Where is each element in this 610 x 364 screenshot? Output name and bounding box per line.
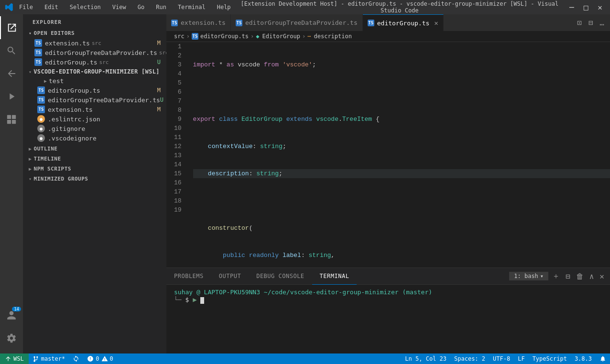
menu-help[interactable]: Help [215, 3, 233, 11]
split-terminal-button[interactable]: ⊟ [564, 271, 572, 282]
spaces-status[interactable]: Spaces: 2 [450, 353, 489, 364]
vscode-logo-icon [5, 3, 13, 11]
errors-status[interactable]: 0 0 [83, 353, 117, 364]
status-bar-left: master* 0 0 [29, 353, 117, 364]
breadcrumb-file[interactable]: editorGroup.ts [200, 33, 249, 40]
file-editorGroup-ts[interactable]: TS editorGroup.ts M [23, 86, 166, 95]
search-activity-icon[interactable] [0, 39, 23, 62]
panel-maximize-button[interactable]: ∧ [588, 271, 596, 282]
close-button[interactable]: ✕ [595, 2, 605, 13]
output-tab[interactable]: Output [211, 268, 249, 285]
file-editorGroupProvider-ts[interactable]: TS editorGroupTreeDataProvider.ts U [23, 95, 166, 105]
sync-status[interactable] [69, 353, 83, 364]
remote-icon [5, 355, 11, 362]
code-line-8: public readonly label: string, [193, 251, 610, 260]
code-editor[interactable]: 1 2 3 4 5 6 7 8 9 10 11 12 13 14 15 16 1… [166, 42, 610, 268]
tab-ts-icon: TS [236, 20, 242, 26]
line-num-5: 5 [174, 78, 182, 87]
language-status[interactable]: TypeScript [529, 353, 571, 364]
extensions-activity-icon[interactable] [0, 108, 23, 131]
tab-ts-icon: TS [368, 20, 374, 26]
outline-section[interactable]: ▶ Outline [23, 143, 166, 153]
svg-rect-0 [7, 115, 11, 119]
split-editor-button[interactable]: ⊡ [575, 17, 584, 28]
delete-terminal-button[interactable]: 🗑 [574, 271, 586, 282]
open-editor-provider-ts[interactable]: TS editorGroupTreeDataProvider.ts src U [23, 48, 166, 57]
file-gitignore[interactable]: ● .gitignore [23, 124, 166, 133]
timeline-section[interactable]: ▶ Timeline [23, 153, 166, 163]
bell-icon [599, 355, 606, 362]
line-num-7: 7 [174, 96, 182, 106]
minimized-arrow: ▾ [29, 176, 32, 182]
line-ending-status[interactable]: LF [514, 353, 528, 364]
notifications-status[interactable] [596, 353, 610, 364]
more-actions-button[interactable]: … [598, 17, 606, 28]
file-name: editorGroup.ts [45, 59, 98, 66]
account-activity-icon[interactable]: 14 [0, 304, 23, 327]
open-editor-group-ts[interactable]: TS editorGroup.ts src U [23, 57, 166, 67]
minimized-groups-section[interactable]: ▾ Minimized Groups [23, 173, 166, 183]
workspace-section[interactable]: ▾ VSCODE-EDITOR-GROUP-MINIMIZER [WSL] [23, 67, 166, 76]
tab-provider-ts[interactable]: TS editorGroupTreeDataProvider.ts [231, 14, 363, 31]
terminal-tab[interactable]: Terminal [312, 268, 357, 285]
git-branch-label: master* [41, 355, 65, 362]
line-num-19: 19 [174, 205, 182, 214]
code-content[interactable]: import * as vscode from 'vscode'; export… [189, 42, 610, 268]
tab-group-ts[interactable]: TS editorGroup.ts ✕ [363, 14, 444, 31]
tab-bar: TS extension.ts TS editorGroupTreeDataPr… [166, 14, 610, 31]
menu-file[interactable]: File [17, 3, 35, 11]
code-line-7: constructor( [193, 224, 610, 233]
menu-run[interactable]: Run [154, 3, 168, 11]
source-control-activity-icon[interactable] [0, 62, 23, 85]
minimize-button[interactable]: ─ [566, 2, 577, 13]
ts-file-icon: TS [34, 58, 42, 66]
tab-extension-ts[interactable]: TS extension.ts [166, 14, 231, 31]
breadcrumb-src[interactable]: src [174, 33, 185, 40]
remote-status[interactable]: WSL [0, 353, 29, 364]
menu-go[interactable]: Go [136, 3, 146, 11]
npm-arrow: ▶ [29, 166, 32, 171]
folder-test-arrow: ▶ [44, 78, 47, 84]
file-eslintrc[interactable]: ● .eslintrc.json [23, 114, 166, 124]
breadcrumb-symbol[interactable]: description [314, 33, 352, 40]
terminal-selector-chevron: ▾ [540, 273, 544, 279]
debug-console-tab[interactable]: Debug Console [249, 268, 312, 285]
new-terminal-button[interactable]: ＋ [550, 270, 562, 282]
open-editor-extension-ts[interactable]: TS extension.ts src M [23, 38, 166, 48]
file-name: .vscodeignore [48, 135, 97, 142]
file-vscodeignore[interactable]: ● .vscodeignore [23, 133, 166, 143]
tab-close-button[interactable]: ✕ [434, 19, 438, 27]
ts-version-status[interactable]: 3.8.3 [571, 353, 596, 364]
sidebar-title: Explorer [23, 14, 166, 28]
file-src-label: src [159, 50, 166, 56]
terminal-selector[interactable]: 1: bash ▾ [509, 272, 548, 280]
settings-activity-icon[interactable] [0, 327, 23, 350]
folder-test[interactable]: ▶ test [23, 76, 166, 86]
outline-label: Outline [34, 146, 58, 152]
open-editors-header[interactable]: ▾ Open Editors [23, 28, 166, 38]
problems-tab[interactable]: Problems [166, 268, 211, 285]
code-line-2 [193, 87, 610, 96]
menu-edit[interactable]: Edit [43, 3, 60, 11]
maximize-button[interactable]: □ [581, 2, 591, 13]
npm-scripts-section[interactable]: ▶ NPM Scripts [23, 163, 166, 173]
explorer-activity-icon[interactable] [0, 16, 23, 39]
menu-view[interactable]: View [110, 3, 128, 11]
breadcrumb-class[interactable]: EditorGroup [262, 33, 300, 40]
run-activity-icon[interactable] [0, 85, 23, 108]
git-branch-status[interactable]: master* [29, 353, 69, 364]
breadcrumb: src › TS editorGroup.ts › ◆ EditorGroup … [166, 31, 610, 42]
terminal-path: suhay @ LAPTOP-PKU59NN3 ~/code/vscode-ed… [174, 289, 432, 296]
menu-selection[interactable]: Selection [68, 3, 103, 11]
ts-file-icon: TS [34, 39, 42, 47]
terminal-content[interactable]: suhay @ LAPTOP-PKU59NN3 ~/code/vscode-ed… [166, 285, 610, 353]
encoding-status[interactable]: UTF-8 [489, 353, 514, 364]
menu-terminal[interactable]: Terminal [176, 3, 207, 11]
line-num-3: 3 [174, 60, 182, 69]
file-extension-ts[interactable]: TS extension.ts M [23, 105, 166, 114]
cursor-position-status[interactable]: Ln 5, Col 23 [401, 353, 450, 364]
toggle-panel-button[interactable]: ⊟ [587, 17, 595, 28]
ts-file-icon: TS [37, 96, 45, 104]
panel-close-button[interactable]: ✕ [598, 271, 606, 282]
line-numbers: 1 2 3 4 5 6 7 8 9 10 11 12 13 14 15 16 1… [166, 42, 189, 268]
